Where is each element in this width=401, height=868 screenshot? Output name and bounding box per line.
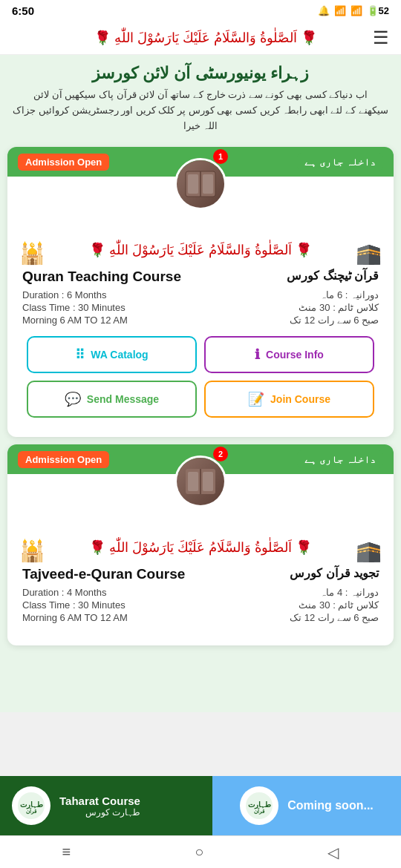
course-title-row-2: Tajveed-e-Quran Course تجوید قرآن کورس — [19, 566, 382, 582]
taharat-title: Taharat Course — [59, 795, 140, 807]
duration-row-2: Duration : 4 Months دورانیہ : 4 ماہ — [22, 587, 379, 598]
nav-back-icon[interactable]: ◁ — [327, 844, 339, 861]
course-info-icon: ℹ — [255, 346, 260, 363]
app-content: زہراء یونیورسٹی آن لائن کورسز اب دنیاکے … — [0, 55, 401, 712]
course-name-en-1: Quran Teaching Course — [22, 269, 181, 285]
coming-soon-text: Coming soon... — [287, 799, 374, 812]
avatar-image-2 — [177, 458, 224, 505]
svg-rect-2 — [188, 174, 198, 194]
action-buttons-row2-card1: 💬 Send Message 📝 Join Course — [19, 381, 382, 418]
classtime-row-1: Class Time : 30 Minutes کلاس ٹائم : 30 م… — [22, 302, 379, 313]
svg-text:قرآن: قرآن — [254, 807, 265, 815]
timing-en-2: Morning 6 AM TO 12 AM — [22, 612, 128, 623]
mosque-row-2: 🕌 🌹 اَلصَّلٰوةُ وَالسَّلَامُ عَلَيْكَ يَ… — [19, 539, 382, 563]
status-icons: 🔔 📶 📶 🔋52 — [318, 5, 389, 16]
mosque-left-icon: 🕌 — [19, 241, 45, 266]
timing-en-1: Morning 6 AM TO 12 AM — [22, 315, 128, 326]
classtime-ur-2: کلاس ٹائم : 30 منٹ — [299, 599, 379, 611]
taharat-avatar-left: طہارت قرآن — [12, 786, 50, 825]
svg-rect-3 — [203, 174, 213, 194]
card-body-1: 🕌 🌹 اَلصَّلٰوةُ وَالسَّلَامُ عَلَيْكَ يَ… — [7, 203, 394, 418]
classtime-en-1: Class Time : 30 Minutes — [22, 302, 125, 313]
svg-rect-7 — [203, 472, 213, 491]
card-avatar-1 — [175, 158, 226, 210]
navigation-bar: ≡ ○ ◁ — [0, 835, 401, 868]
card-arabic-text-2: 🌹 اَلصَّلٰوةُ وَالسَّلَامُ عَلَيْكَ يَار… — [89, 539, 312, 556]
duration-ur-1: دورانیہ : 6 ماہ — [320, 289, 379, 300]
send-message-icon: 💬 — [65, 391, 81, 407]
action-buttons-row1-card1: ⠿ WA Catalog ℹ Course Info — [19, 336, 382, 373]
course-name-en-2: Tajveed-e-Quran Course — [22, 566, 185, 582]
avatar-image-1 — [177, 160, 224, 208]
mosque-left-icon-2: 🕌 — [19, 539, 45, 563]
bottom-bar[interactable]: طہارت قرآن Taharat Course طہارت کورس طہا… — [0, 776, 401, 835]
mosque-row-1: 🕌 🌹 اَلصَّلٰوةُ وَالسَّلَامُ عَلَيْكَ يَ… — [19, 241, 382, 266]
university-title: زہراء یونیورسٹی آن لائن کورسز — [12, 64, 389, 83]
timing-row-2: Morning 6 AM TO 12 AM صبح 6 سے رات 12 تک — [22, 612, 379, 623]
course-title-row-1: Quran Teaching Course قرآن ٹیچنگ کورس — [19, 269, 382, 285]
send-message-label: Send Message — [87, 393, 159, 405]
card-avatar-2 — [175, 456, 226, 507]
timing-row-1: Morning 6 AM TO 12 AM صبح 6 سے رات 12 تک — [22, 315, 379, 326]
classtime-en-2: Class Time : 30 Minutes — [22, 599, 125, 611]
kaaba-right-icon: 🕋 — [356, 241, 382, 266]
timing-ur-1: صبح 6 سے رات 12 تک — [290, 315, 379, 326]
classtime-row-2: Class Time : 30 Minutes کلاس ٹائم : 30 م… — [22, 599, 379, 611]
duration-en-1: Duration : 6 Months — [22, 289, 106, 300]
card-arabic-text-1: 🌹 اَلصَّلٰوةُ وَالسَّلَامُ عَلَيْكَ يَار… — [89, 242, 312, 258]
status-time: 6:50 — [12, 4, 34, 17]
course-details-1: Duration : 6 Months دورانیہ : 6 ماہ Clas… — [19, 289, 382, 326]
timing-ur-2: صبح 6 سے رات 12 تک — [290, 612, 379, 623]
taharat-course-info: Taharat Course طہارت کورس — [59, 795, 140, 818]
taharat-subtitle: طہارت کورس — [59, 807, 140, 818]
app-header: 🌹 اَلصَّلٰوةُ وَالسَّلَامُ عَلَيْكَ يَار… — [0, 22, 401, 55]
join-course-icon: 📝 — [248, 391, 264, 407]
wifi-icon: 📶 — [334, 5, 346, 16]
taharat-course-left[interactable]: طہارت قرآن Taharat Course طہارت کورس — [0, 776, 212, 835]
university-banner: زہراء یونیورسٹی آن لائن کورسز اب دنیاکے … — [0, 55, 401, 139]
taharat-course-right[interactable]: طہارت قرآن Coming soon... — [212, 776, 401, 835]
nav-menu-icon[interactable]: ≡ — [62, 844, 71, 861]
signal-icon: 📶 — [351, 5, 362, 16]
course-name-ur-1: قرآن ٹیچنگ کورس — [287, 269, 379, 283]
wa-catalog-label: WA Catalog — [91, 349, 148, 361]
nav-home-icon[interactable]: ○ — [195, 844, 203, 861]
course-name-ur-2: تجوید قرآن کورس — [290, 566, 379, 580]
svg-rect-6 — [188, 472, 198, 491]
duration-ur-2: دورانیہ : 4 ماہ — [320, 587, 379, 598]
header-arabic-text: 🌹 اَلصَّلٰوةُ وَالسَّلَامُ عَلَيْكَ يَار… — [39, 30, 373, 46]
send-message-button[interactable]: 💬 Send Message — [27, 381, 197, 418]
duration-row-1: Duration : 6 Months دورانیہ : 6 ماہ — [22, 289, 379, 300]
classtime-ur-1: کلاس ٹائم : 30 منٹ — [299, 302, 379, 313]
duration-en-2: Duration : 4 Months — [22, 587, 106, 598]
svg-text:قرآن: قرآن — [26, 807, 37, 815]
wa-catalog-button[interactable]: ⠿ WA Catalog — [27, 336, 197, 373]
university-desc2: سیکھنے کے لئے ابھی رابطہ کریں کسی بھی کو… — [12, 103, 389, 134]
battery-icon: 🔋52 — [367, 5, 389, 16]
course-card-2: Admission Open داخلہ جاری ہے 2 — [7, 444, 394, 645]
notification-icon: 🔔 — [318, 5, 330, 16]
join-course-button[interactable]: 📝 Join Course — [204, 381, 374, 418]
wa-catalog-icon: ⠿ — [75, 346, 85, 363]
course-card-1: Admission Open داخلہ جاری ہے — [7, 147, 394, 437]
course-details-2: Duration : 4 Months دورانیہ : 4 ماہ Clas… — [19, 587, 382, 623]
menu-icon[interactable]: ☰ — [373, 27, 389, 48]
university-desc1: اب دنیاکے کسی بھی کونے سے ذرت خارج کے سا… — [12, 88, 389, 103]
kaaba-right-icon-2: 🕋 — [356, 539, 382, 563]
taharat-avatar-right: طہارت قرآن — [240, 786, 278, 825]
course-info-button[interactable]: ℹ Course Info — [204, 336, 374, 373]
card-body-2: 🕌 🌹 اَلصَّلٰوةُ وَالسَّلَامُ عَلَيْكَ يَ… — [7, 500, 394, 623]
course-info-label: Course Info — [266, 349, 324, 361]
status-bar: 6:50 🔔 📶 📶 🔋52 — [0, 0, 401, 22]
join-course-label: Join Course — [270, 393, 330, 405]
